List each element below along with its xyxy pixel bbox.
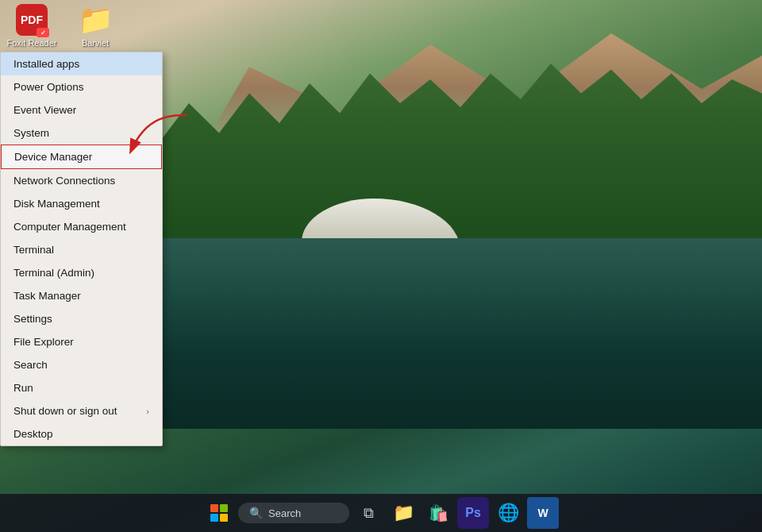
task-view-button[interactable]: ⧉	[352, 497, 384, 529]
windows-logo	[210, 504, 228, 522]
menu-item-installed-apps[interactable]: Installed apps	[1, 52, 162, 75]
menu-item-file-explorer[interactable]: File Explorer	[1, 330, 162, 353]
menu-item-event-viewer[interactable]: Event Viewer	[1, 98, 162, 121]
menu-item-shutdown[interactable]: Shut down or sign out ›	[1, 399, 162, 422]
foxit-badge: ✓	[37, 28, 49, 37]
menu-item-device-manager[interactable]: Device Manager	[1, 145, 162, 169]
menu-item-task-manager[interactable]: Task Manager	[1, 284, 162, 307]
menu-item-run[interactable]: Run	[1, 376, 162, 399]
chevron-right-icon: ›	[146, 407, 149, 416]
start-button[interactable]	[203, 497, 235, 529]
chrome-button[interactable]: 🌐	[492, 497, 524, 529]
menu-item-computer-management[interactable]: Computer Management	[1, 215, 162, 238]
chrome-icon: 🌐	[498, 503, 519, 523]
menu-item-settings[interactable]: Settings	[1, 307, 162, 330]
taskbar-search-label: Search	[268, 507, 301, 519]
win-logo-blue	[210, 514, 218, 522]
barviet-label: Barviet	[82, 38, 109, 48]
file-explorer-button[interactable]: 📁	[387, 497, 419, 529]
menu-item-power-options[interactable]: Power Options	[1, 75, 162, 98]
win-logo-green	[220, 504, 228, 512]
desktop-icons: PDF ✓ Foxit Reader 📁 Barviet	[4, 4, 123, 48]
store-button[interactable]: 🛍️	[422, 497, 454, 529]
foxit-reader-icon[interactable]: PDF ✓ Foxit Reader	[4, 4, 60, 48]
menu-item-network-connections[interactable]: Network Connections	[1, 169, 162, 192]
desktop: PDF ✓ Foxit Reader 📁 Barviet Installed a…	[0, 0, 762, 532]
menu-item-terminal[interactable]: Terminal	[1, 238, 162, 261]
menu-item-disk-management[interactable]: Disk Management	[1, 192, 162, 215]
search-icon: 🔍	[249, 507, 263, 519]
barviet-icon-img: 📁	[79, 4, 111, 36]
photoshop-button[interactable]: Ps	[457, 497, 489, 529]
win-logo-yellow	[220, 514, 228, 522]
folder-icon: 📁	[78, 3, 114, 37]
word-button[interactable]: W	[527, 497, 559, 529]
lake	[159, 238, 762, 429]
word-icon: W	[537, 507, 548, 519]
menu-item-terminal-admin[interactable]: Terminal (Admin)	[1, 261, 162, 284]
file-explorer-icon: 📁	[393, 503, 414, 523]
barviet-icon[interactable]: 📁 Barviet	[67, 4, 123, 48]
foxit-icon-img: PDF ✓	[16, 4, 48, 36]
menu-item-desktop[interactable]: Desktop	[1, 422, 162, 445]
context-menu: Installed apps Power Options Event Viewe…	[0, 52, 163, 446]
task-view-icon: ⧉	[364, 505, 374, 522]
taskbar-search[interactable]: 🔍 Search	[238, 503, 349, 523]
taskbar: 🔍 Search ⧉ 📁 🛍️ Ps 🌐	[0, 494, 762, 532]
win-logo-red	[210, 504, 218, 512]
store-icon: 🛍️	[429, 503, 448, 522]
menu-item-search[interactable]: Search	[1, 353, 162, 376]
foxit-label: Foxit Reader	[7, 38, 57, 48]
menu-item-system[interactable]: System	[1, 121, 162, 145]
photoshop-icon: Ps	[465, 506, 481, 520]
taskbar-center: 🔍 Search ⧉ 📁 🛍️ Ps 🌐	[203, 497, 559, 529]
